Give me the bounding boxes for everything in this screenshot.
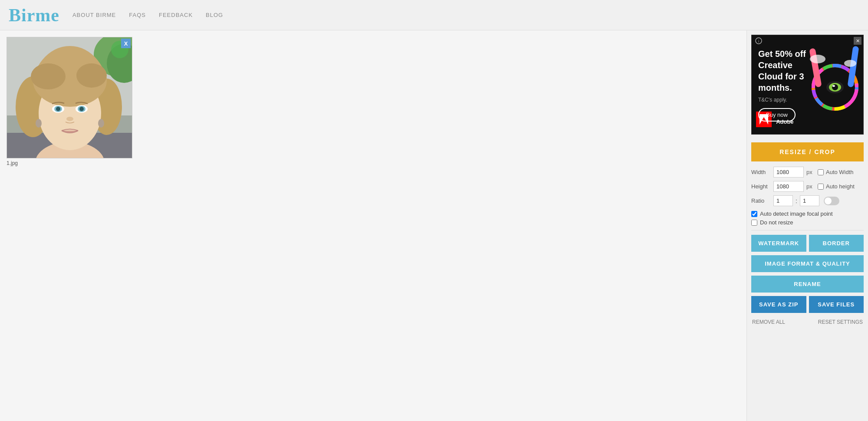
auto-focal-row: Auto detect image focal point [751, 210, 864, 217]
ratio-lock-toggle[interactable] [824, 197, 839, 205]
main-layout: X 1.jpg [0, 30, 868, 421]
svg-point-12 [76, 63, 107, 88]
do-not-resize-row: Do not resize [751, 219, 864, 226]
watermark-button[interactable]: WATERMARK [751, 235, 806, 252]
auto-width-checkbox[interactable] [818, 169, 824, 175]
save-row: SAVE AS ZIP SAVE FILES [751, 296, 864, 313]
nav-faqs[interactable]: FAQS [129, 12, 146, 18]
auto-focal-text: Auto detect image focal point [760, 210, 833, 217]
header: Birme ABOUT BIRME FAQS FEEDBACK BLOG [0, 0, 868, 30]
save-zip-button[interactable]: SAVE AS ZIP [751, 296, 806, 313]
ratio-width-input[interactable] [773, 195, 793, 206]
logo[interactable]: Birme [9, 5, 59, 26]
ratio-label: Ratio [751, 197, 771, 204]
width-label: Width [751, 169, 771, 175]
ad-title: Get 50% off Creative Cloud for 3 months. [758, 48, 807, 93]
svg-point-11 [31, 63, 66, 89]
controls-panel: RESIZE / CROP Width px Auto Width Height… [747, 139, 868, 421]
border-button[interactable]: BORDER [809, 235, 864, 252]
ad-banner: Get 50% off Creative Cloud for 3 months.… [751, 35, 864, 135]
image-preview [7, 37, 132, 158]
resize-crop-button[interactable]: RESIZE / CROP [751, 142, 864, 161]
svg-point-19 [66, 117, 73, 121]
do-not-resize-text: Do not resize [760, 219, 793, 226]
width-row: Width px Auto Width [751, 167, 864, 178]
ad-content: Get 50% off Creative Cloud for 3 months.… [752, 44, 863, 126]
width-input[interactable] [773, 167, 804, 178]
auto-focal-checkbox[interactable] [751, 211, 757, 217]
nav-about[interactable]: ABOUT BIRME [72, 12, 116, 18]
auto-width-label[interactable]: Auto Width [818, 169, 854, 175]
image-format-button[interactable]: IMAGE FORMAT & QUALITY [751, 255, 864, 272]
height-label: Height [751, 183, 771, 190]
svg-point-15 [56, 107, 60, 111]
ratio-height-input[interactable] [800, 195, 819, 206]
height-input[interactable] [773, 181, 804, 192]
height-row: Height px Auto height [751, 181, 864, 192]
watermark-border-row: WATERMARK BORDER [751, 235, 864, 252]
face-svg [7, 37, 132, 158]
image-filename: 1.jpg [7, 160, 132, 166]
do-not-resize-checkbox[interactable] [751, 220, 757, 226]
bottom-links: REMOVE ALL RESET SETTINGS [751, 316, 864, 328]
ratio-row: Ratio : [751, 195, 864, 206]
svg-point-21 [98, 119, 104, 128]
remove-all-button[interactable]: REMOVE ALL [752, 319, 785, 325]
nav-blog[interactable]: BLOG [206, 12, 223, 18]
svg-point-18 [79, 107, 84, 111]
reset-settings-button[interactable]: RESET SETTINGS [818, 319, 863, 325]
auto-height-label[interactable]: Auto height [818, 183, 855, 190]
ad-buy-button[interactable]: Buy now [758, 108, 796, 122]
auto-height-checkbox[interactable] [818, 184, 824, 190]
svg-point-20 [36, 119, 42, 128]
right-panel: Get 50% off Creative Cloud for 3 months.… [746, 30, 868, 421]
height-unit: px [806, 183, 815, 190]
canvas-area: X 1.jpg [0, 30, 746, 421]
rename-button[interactable]: RENAME [751, 276, 864, 293]
nav-feedback[interactable]: FEEDBACK [159, 12, 193, 18]
image-card: X 1.jpg [7, 37, 132, 166]
nav: ABOUT BIRME FAQS FEEDBACK BLOG [72, 12, 223, 18]
width-unit: px [806, 169, 815, 175]
ratio-colon: : [796, 197, 797, 204]
remove-image-button[interactable]: X [121, 39, 131, 48]
save-files-button[interactable]: SAVE FILES [809, 296, 864, 313]
ad-subtitle: T&C's apply. [758, 97, 807, 103]
divider-1 [751, 230, 864, 230]
svg-text:i: i [758, 39, 759, 43]
